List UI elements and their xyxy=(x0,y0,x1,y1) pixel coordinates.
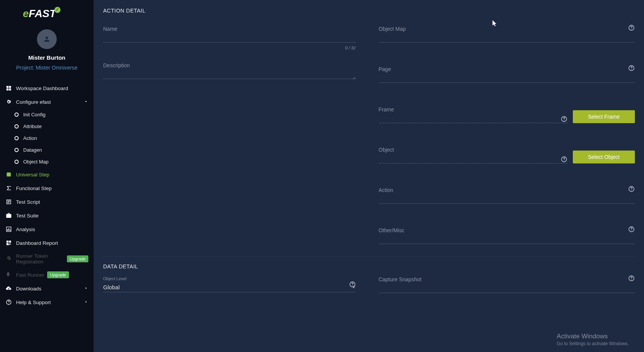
svg-point-20 xyxy=(564,120,564,121)
svg-rect-1 xyxy=(9,86,11,88)
chart-icon xyxy=(5,226,12,233)
objectmap-label: Object Map xyxy=(379,26,635,32)
select-object-button[interactable]: Select Object xyxy=(573,151,635,163)
other-label: Other/Misc xyxy=(379,227,635,233)
project-label: Project: Mister Omniverse xyxy=(0,65,94,71)
svg-point-16 xyxy=(631,29,632,30)
main-content: ACTION DETAIL Name 0 / 32 Description Ob… xyxy=(94,0,644,352)
nav-configure-efast[interactable]: Configure efast xyxy=(0,95,94,109)
help-icon[interactable] xyxy=(628,186,635,192)
nav-sub-label: Init Config xyxy=(23,112,46,117)
nav-label: Downloads xyxy=(16,286,41,292)
other-input[interactable] xyxy=(379,234,635,244)
svg-point-28 xyxy=(352,285,353,286)
nav-runner-token[interactable]: Runner Token Registration Upgrade xyxy=(0,250,94,268)
nav-sub-label: Object Map xyxy=(23,159,48,165)
nav-label: Functional Step xyxy=(16,186,52,191)
watermark-subtitle: Go to Settings to activate Windows. xyxy=(557,341,629,346)
nav-label: Dashboard Report xyxy=(16,240,58,246)
nav-test-script[interactable]: Test Script xyxy=(0,195,94,209)
svg-point-26 xyxy=(631,230,632,231)
nav-label: Workspace Dashboard xyxy=(16,86,68,91)
svg-point-14 xyxy=(8,303,9,304)
svg-rect-8 xyxy=(8,228,9,231)
svg-point-30 xyxy=(631,279,632,280)
svg-rect-12 xyxy=(6,243,8,245)
chevron-right-icon xyxy=(84,300,88,305)
fingerprint-icon xyxy=(5,255,12,262)
watermark-title: Activate Windows xyxy=(557,333,629,340)
nav-sub-label: Action xyxy=(23,135,37,141)
capture-input[interactable] xyxy=(379,283,635,293)
avatar[interactable] xyxy=(37,29,57,49)
nav-label: Test Script xyxy=(16,199,40,205)
radio-icon xyxy=(14,160,19,164)
logo-check-icon xyxy=(54,7,61,13)
nav-universal-step[interactable]: Universal Step xyxy=(0,168,94,181)
sigma-icon xyxy=(5,185,12,192)
gear-icon xyxy=(5,98,12,105)
nav-test-suite[interactable]: Test Suite xyxy=(0,209,94,222)
frame-input[interactable] xyxy=(379,113,567,123)
description-label: Description xyxy=(103,62,356,68)
section-title-data: DATA DETAIL xyxy=(103,263,635,270)
page-input[interactable] xyxy=(379,73,635,83)
chevron-right-icon xyxy=(84,286,88,292)
svg-rect-10 xyxy=(6,241,8,243)
nav-downloads[interactable]: Downloads xyxy=(0,282,94,295)
nav-sub-init-config[interactable]: Init Config xyxy=(0,109,94,121)
action-input[interactable] xyxy=(379,194,635,204)
name-counter: 0 / 32 xyxy=(103,46,356,50)
nav-analysis[interactable]: Analysis xyxy=(0,222,94,236)
help-icon[interactable] xyxy=(628,65,635,71)
svg-point-24 xyxy=(631,190,632,191)
help-icon[interactable] xyxy=(561,156,567,163)
suite-icon xyxy=(5,212,12,219)
report-icon xyxy=(5,239,12,246)
nav-sub-datagen[interactable]: Datagen xyxy=(0,144,94,156)
windows-watermark: Activate Windows Go to Settings to activ… xyxy=(557,333,629,346)
cloud-download-icon xyxy=(5,285,12,292)
logo-e: e xyxy=(23,8,29,19)
radio-icon xyxy=(14,113,19,117)
help-icon[interactable] xyxy=(628,24,635,31)
resize-handle-icon[interactable] xyxy=(352,75,356,79)
nav-label: Analysis xyxy=(16,227,35,232)
svg-rect-9 xyxy=(10,230,11,231)
section-divider xyxy=(103,256,635,257)
svg-rect-7 xyxy=(7,229,8,231)
name-input[interactable] xyxy=(103,33,356,43)
object-level-select[interactable]: Global ▼ xyxy=(103,282,356,292)
upgrade-badge[interactable]: Upgrade xyxy=(47,271,69,278)
object-label: Object xyxy=(379,147,567,153)
object-input[interactable] xyxy=(379,154,567,163)
profile-section: Mister Burton Project: Mister Omniverse xyxy=(0,25,94,78)
help-icon[interactable] xyxy=(628,275,635,282)
radio-icon xyxy=(14,124,19,128)
radio-icon xyxy=(14,148,19,152)
help-icon[interactable] xyxy=(628,226,635,233)
nav-sub-action[interactable]: Action xyxy=(0,132,94,144)
nav-workspace-dashboard[interactable]: Workspace Dashboard xyxy=(0,81,94,95)
object-level-label: Object Level xyxy=(103,276,356,281)
help-icon[interactable] xyxy=(349,281,356,288)
select-frame-button[interactable]: Select Frame xyxy=(573,110,635,123)
objectmap-input[interactable] xyxy=(379,33,635,43)
nav-sub-objectmap[interactable]: Object Map xyxy=(0,156,94,168)
help-icon[interactable] xyxy=(561,116,567,122)
nav-label: Runner Token Registration xyxy=(16,253,64,265)
description-input[interactable] xyxy=(103,69,356,79)
nav-dashboard-report[interactable]: Dashboard Report xyxy=(0,236,94,250)
nav-fast-runner[interactable]: Fast Runner Upgrade xyxy=(0,268,94,282)
username: Mister Burton xyxy=(0,54,94,61)
nav-help-support[interactable]: Help & Support xyxy=(0,295,94,309)
nav-label: Test Suite xyxy=(16,213,38,219)
nav-functional-step[interactable]: Functional Step xyxy=(0,181,94,195)
nav-sub-label: Attribute xyxy=(23,124,41,129)
dashboard-icon xyxy=(5,85,12,92)
nav-sub-attribute[interactable]: Attribute xyxy=(0,121,94,132)
upgrade-badge[interactable]: Upgrade xyxy=(67,255,88,262)
nav-label: Universal Step xyxy=(16,172,49,178)
svg-rect-2 xyxy=(6,89,8,90)
script-icon xyxy=(5,198,12,205)
